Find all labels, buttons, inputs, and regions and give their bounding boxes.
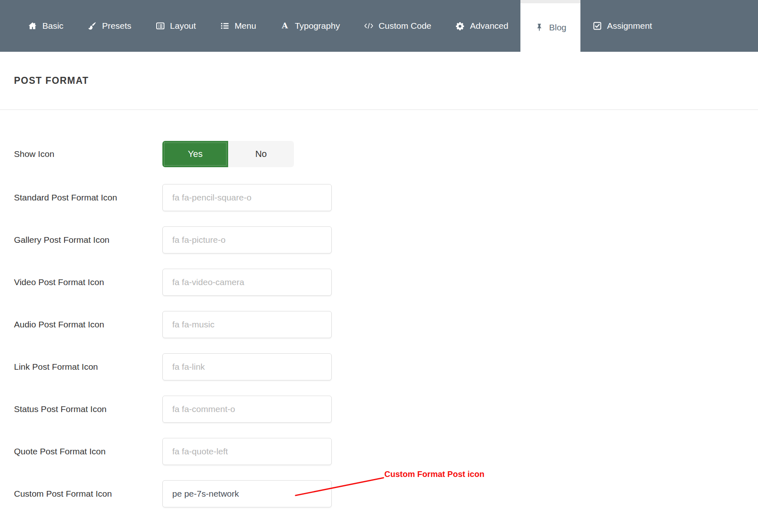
field-label: Standard Post Format Icon	[14, 193, 162, 203]
quote-post-format-icon-input[interactable]	[162, 438, 332, 465]
gallery-post-format-icon-input[interactable]	[162, 226, 332, 253]
video-post-format-icon-input[interactable]	[162, 269, 332, 296]
tab-label: Blog	[549, 23, 566, 32]
link-post-format-icon-input[interactable]	[162, 353, 332, 380]
svg-text:A: A	[282, 21, 289, 30]
tab-typography[interactable]: A Typography	[268, 0, 352, 52]
show-icon-yes-button[interactable]: Yes	[162, 141, 228, 167]
tab-custom-code[interactable]: Custom Code	[352, 0, 443, 52]
tab-label: Assignment	[607, 21, 652, 31]
post-format-form: Show Icon Yes No Standard Post Format Ic…	[0, 110, 758, 507]
video-post-format-row: Video Post Format Icon	[14, 269, 758, 296]
custom-post-format-icon-input[interactable]	[162, 480, 332, 507]
paintbrush-icon	[87, 21, 97, 31]
tab-label: Basic	[42, 21, 63, 31]
standard-post-format-icon-input[interactable]	[162, 184, 332, 211]
layout-icon	[155, 21, 165, 31]
tab-label: Advanced	[470, 21, 508, 31]
tab-label: Presets	[102, 21, 131, 31]
show-icon-row: Show Icon Yes No	[14, 141, 758, 167]
tab-label: Layout	[170, 21, 196, 31]
code-icon	[364, 21, 374, 31]
tab-blog[interactable]: Blog	[520, 0, 580, 52]
tab-layout[interactable]: Layout	[143, 0, 208, 52]
section-header: POST FORMAT	[0, 52, 758, 110]
field-label: Custom Post Format Icon	[14, 489, 162, 499]
field-label: Status Post Format Icon	[14, 404, 162, 414]
tab-label: Menu	[235, 21, 257, 31]
settings-tab-bar: Basic Presets Layout Menu A Typography	[0, 0, 758, 52]
pushpin-icon	[534, 23, 544, 32]
custom-post-format-row: Custom Post Format Icon	[14, 480, 758, 507]
standard-post-format-row: Standard Post Format Icon	[14, 184, 758, 211]
field-label: Video Post Format Icon	[14, 277, 162, 287]
typography-icon: A	[280, 21, 290, 31]
show-icon-label: Show Icon	[14, 149, 162, 159]
quote-post-format-row: Quote Post Format Icon	[14, 438, 758, 465]
settings-page: Basic Presets Layout Menu A Typography	[0, 0, 758, 532]
tab-advanced[interactable]: Advanced	[443, 0, 520, 52]
gallery-post-format-row: Gallery Post Format Icon	[14, 226, 758, 253]
tab-basic[interactable]: Basic	[16, 0, 75, 52]
status-post-format-row: Status Post Format Icon	[14, 396, 758, 423]
tab-menu[interactable]: Menu	[208, 0, 268, 52]
menu-list-icon	[220, 21, 230, 31]
show-icon-toggle: Yes No	[162, 141, 294, 167]
annotation-label: Custom Format Post icon	[384, 470, 484, 479]
tab-assignment[interactable]: Assignment	[580, 0, 664, 52]
tab-presets[interactable]: Presets	[75, 0, 143, 52]
tab-label: Custom Code	[379, 21, 431, 31]
page-title: POST FORMAT	[14, 75, 89, 86]
show-icon-no-button[interactable]: No	[228, 141, 294, 167]
tab-label: Typography	[295, 21, 340, 31]
home-icon	[28, 21, 37, 31]
gear-icon	[455, 21, 465, 31]
field-label: Link Post Format Icon	[14, 362, 162, 372]
audio-post-format-icon-input[interactable]	[162, 311, 332, 338]
field-label: Audio Post Format Icon	[14, 320, 162, 329]
audio-post-format-row: Audio Post Format Icon	[14, 311, 758, 338]
link-post-format-row: Link Post Format Icon	[14, 353, 758, 380]
check-square-icon	[592, 21, 602, 31]
status-post-format-icon-input[interactable]	[162, 396, 332, 423]
field-label: Quote Post Format Icon	[14, 447, 162, 456]
field-label: Gallery Post Format Icon	[14, 235, 162, 245]
